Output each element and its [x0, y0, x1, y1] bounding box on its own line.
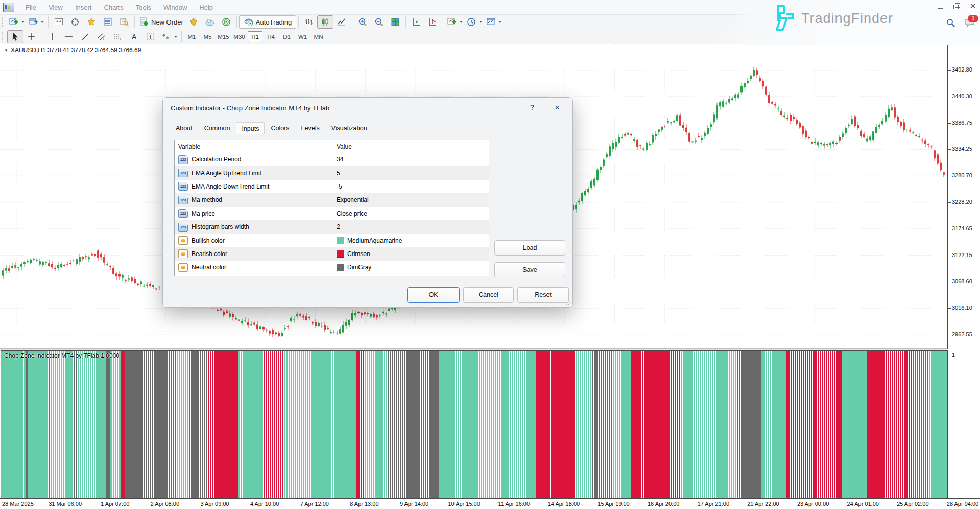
table-row[interactable]: 123Ma method Exponential [175, 193, 489, 206]
dialog-close-button[interactable]: × [551, 102, 563, 114]
chevron-down-icon[interactable] [479, 21, 482, 23]
load-button[interactable]: Load [494, 240, 565, 256]
price-axis[interactable]: 3492.803440.303386.753334.253280.703228.… [948, 44, 980, 348]
time-axis[interactable]: 28 Mar 202531 Mar 06:001 Apr 07:002 Apr … [0, 498, 980, 509]
text-button[interactable]: A [126, 30, 142, 43]
table-row[interactable]: Bullish color MediumAquamarine [175, 234, 489, 247]
param-value[interactable]: DimGray [347, 264, 371, 271]
candlestick-button[interactable] [317, 15, 333, 29]
label-button[interactable]: T [142, 30, 159, 43]
timeframe-m5[interactable]: M5 [200, 31, 215, 42]
hline-button[interactable] [61, 30, 77, 43]
param-value[interactable]: 2 [337, 223, 340, 230]
symbols-button[interactable] [51, 15, 67, 29]
profiles-button[interactable] [27, 15, 46, 29]
timeframe-h1[interactable]: H1 [248, 31, 262, 42]
minimize-button[interactable] [936, 2, 944, 10]
param-value[interactable]: Crimson [347, 250, 370, 258]
publish-button[interactable] [202, 15, 218, 29]
new-order-button[interactable]: New Order [137, 15, 185, 29]
symbol-caret-icon[interactable]: ▼ [4, 48, 8, 53]
chevron-down-icon[interactable] [174, 36, 177, 38]
param-value[interactable]: -5 [337, 183, 342, 190]
table-row[interactable]: 123EMA Angle UpTrend Limit 5 [175, 166, 489, 179]
templates-button[interactable] [484, 15, 504, 29]
tab-levels[interactable]: Levels [296, 123, 325, 134]
ok-button[interactable]: OK [407, 287, 460, 303]
chevron-down-icon[interactable] [498, 21, 501, 23]
trendline-button[interactable] [77, 30, 93, 43]
menu-insert[interactable]: Insert [69, 2, 98, 13]
tab-colors[interactable]: Colors [265, 123, 295, 134]
param-value[interactable]: Exponential [337, 196, 369, 203]
toolbar-drag-grip[interactable] [2, 17, 6, 27]
market-watch-button[interactable] [100, 15, 116, 29]
menu-window[interactable]: Window [157, 2, 193, 13]
vline-button[interactable] [44, 30, 61, 43]
timeframe-m30[interactable]: M30 [232, 31, 247, 42]
zoom-out-button[interactable] [371, 15, 387, 29]
timeframe-w1[interactable]: W1 [295, 31, 310, 42]
periods-button[interactable] [465, 15, 484, 29]
zoom-in-button[interactable] [354, 15, 371, 29]
timeframe-d1[interactable]: D1 [279, 31, 294, 42]
target-button[interactable] [67, 15, 83, 29]
table-row[interactable]: 123Histogram bars width 2 [175, 220, 489, 234]
chop-zone-panel[interactable]: Chop Zone Indicator MT4 by TFlab 1.0000 [1, 350, 948, 499]
timeframe-mn[interactable]: MN [311, 31, 326, 42]
tab-about[interactable]: About [170, 123, 198, 134]
auto-scroll-button[interactable] [408, 15, 424, 29]
chevron-down-icon[interactable] [21, 21, 25, 23]
table-row[interactable]: 123Ma price Close price [175, 207, 489, 220]
chart-shift-button[interactable] [424, 15, 441, 29]
save-button[interactable]: Save [494, 262, 565, 277]
chat-icon[interactable]: 1 [965, 18, 975, 28]
help-button[interactable]: ? [528, 103, 537, 111]
tile-windows-button[interactable] [387, 15, 403, 29]
tab-common[interactable]: Common [199, 123, 236, 134]
cancel-button[interactable]: Cancel [463, 287, 514, 303]
table-row[interactable]: 123EMA Angle DownTrend Limit -5 [175, 180, 489, 193]
param-name: EMA Angle UpTrend Limit [192, 170, 261, 177]
data-window-button[interactable] [116, 15, 132, 29]
new-chart-button[interactable] [7, 15, 27, 29]
line-chart-button[interactable] [333, 15, 350, 29]
channel-button[interactable]: E [93, 30, 110, 43]
dialog-resize-grip[interactable] [565, 300, 570, 305]
shapes-button[interactable] [159, 30, 179, 43]
crosshair-button[interactable] [23, 30, 40, 43]
param-value[interactable]: 5 [337, 170, 340, 177]
table-row[interactable]: Bearish color Crimson [175, 247, 489, 261]
autotrading-button[interactable]: AutoTrading [239, 15, 296, 29]
indicators-button[interactable] [445, 15, 465, 29]
param-value[interactable]: MediumAquamarine [347, 237, 402, 244]
toolbar-drag-grip[interactable] [2, 32, 6, 42]
favorites-button[interactable] [83, 15, 100, 29]
table-row[interactable]: 123Calculation Period 34 [175, 153, 489, 166]
menu-help[interactable]: Help [193, 2, 219, 13]
tab-visualization[interactable]: Visualization [326, 123, 373, 134]
timeframe-h4[interactable]: H4 [264, 31, 278, 42]
cursor-button[interactable] [7, 30, 23, 43]
bar-chart-button[interactable] [301, 15, 317, 29]
depth-of-market-button[interactable] [185, 15, 202, 29]
menu-view[interactable]: View [42, 2, 69, 13]
fibonacci-button[interactable]: F [110, 30, 126, 43]
menu-tools[interactable]: Tools [130, 2, 157, 13]
table-row[interactable]: Neutral color DimGray [175, 261, 489, 274]
param-value[interactable]: 34 [337, 156, 343, 163]
restore-button[interactable] [952, 2, 961, 10]
dialog-title-bar[interactable]: Custom Indicator - Chop Zone Indicator M… [163, 98, 572, 118]
tab-inputs[interactable]: Inputs [236, 122, 265, 134]
close-window-button[interactable]: ✕ [969, 2, 977, 10]
chevron-down-icon[interactable] [41, 21, 44, 23]
search-icon[interactable] [946, 18, 955, 28]
menu-charts[interactable]: Charts [98, 2, 129, 13]
param-value[interactable]: Close price [337, 210, 367, 217]
menu-file[interactable]: File [19, 2, 42, 13]
alerts-button[interactable] [218, 15, 234, 29]
timeframe-m15[interactable]: M15 [216, 31, 231, 42]
timeframe-m1[interactable]: M1 [184, 31, 199, 42]
reset-button[interactable]: Reset [517, 287, 569, 303]
chevron-down-icon[interactable] [460, 21, 463, 23]
